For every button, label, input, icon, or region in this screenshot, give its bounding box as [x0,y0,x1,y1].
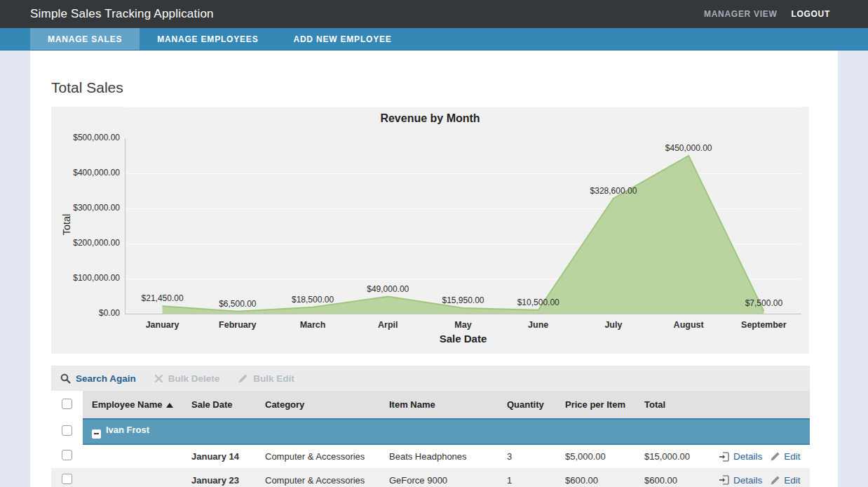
bulk-delete-label: Bulk Delete [168,373,220,384]
details-link[interactable]: Details [733,451,762,462]
app-title: Simple Sales Tracking Application [30,7,214,21]
revenue-area-fill [163,156,764,314]
y-tick-label: $100,000.00 [51,273,120,283]
content-card: Total Sales Revenue by Month $500,000.00… [30,51,838,487]
details-icon [719,474,730,486]
x-tick-label: May [426,320,501,330]
table-header-row: Employee Name Sale Date Category Item Na… [51,391,810,419]
group-header-label: Ivan Frost [106,425,149,435]
header-right: MANAGER VIEW LOGOUT [704,9,830,19]
column-header-employee-name[interactable]: Employee Name [83,391,184,419]
y-tick-label: $0.00 [51,308,120,318]
group-checkbox[interactable] [62,425,72,436]
nav-bar: MANAGE SALES MANAGE EMPLOYEES ADD NEW EM… [0,28,868,51]
revenue-area-svg [125,138,801,314]
x-tick-label: January [125,320,200,330]
select-all-checkbox[interactable] [62,399,72,409]
chart-point-label: $18,500.00 [292,295,334,305]
sort-ascending-icon [166,403,173,408]
bulk-delete-button[interactable]: Bulk Delete [154,373,220,384]
column-header-sale-date[interactable]: Sale Date [184,391,258,419]
total-cell: $600.00 [637,468,707,487]
pencil-icon [770,475,780,486]
tab-manage-sales[interactable]: MANAGE SALES [30,28,140,50]
employee-name-cell [83,468,184,487]
chart-point-label: $6,500.00 [219,299,256,309]
column-header-category[interactable]: Category [258,391,382,419]
quantity-cell: 1 [500,468,558,487]
chart-point-label: $21,450.00 [142,293,184,303]
x-tick-label: August [651,320,726,330]
employee-name-cell [83,444,184,468]
item-name-cell: Beats Headphones [382,444,500,468]
chart-title: Revenue by Month [51,112,809,125]
chart-point-label: $10,500.00 [517,298,560,307]
category-cell: Computer & Accessories [258,444,382,468]
y-tick-label: $400,000.00 [51,168,120,178]
tab-manage-employees[interactable]: MANAGE EMPLOYEES [140,28,276,50]
logout-button[interactable]: LOGOUT [791,9,830,19]
column-header-item-name[interactable]: Item Name [382,391,500,419]
quantity-cell: 3 [500,444,558,468]
y-axis-title: Total [61,211,72,239]
edit-link[interactable]: Edit [784,475,800,486]
details-link[interactable]: Details [733,475,762,486]
sales-grid: Search Again Bulk Delete Bulk Edit [51,366,810,487]
sale-date-cell: January 23 [184,468,258,487]
details-icon [719,451,730,462]
price-per-item-cell: $600.00 [558,468,637,487]
x-tick-label: March [275,320,350,330]
column-header-price-per-item[interactable]: Price per Item [558,391,637,419]
bulk-edit-label: Bulk Edit [253,373,294,384]
table-row: January 14 Computer & Accessories Beats … [51,444,810,468]
column-header-quantity[interactable]: Quantity [500,391,558,419]
group-row-ivan-frost: Ivan Frost [51,419,810,444]
sales-table: Employee Name Sale Date Category Item Na… [51,391,810,487]
x-axis-line [125,314,801,314]
x-icon [154,374,163,383]
y-tick-label: $500,000.00 [51,133,120,142]
row-checkbox[interactable] [62,474,72,484]
chart-point-label: $7,500.00 [745,298,782,308]
bulk-edit-button[interactable]: Bulk Edit [238,373,294,384]
chart-point-label: $15,950.00 [442,295,484,305]
grid-toolbar: Search Again Bulk Delete Bulk Edit [51,366,810,391]
collapse-group-icon[interactable] [92,429,101,439]
x-tick-label: September [726,320,801,330]
app-header: Simple Sales Tracking Application MANAGE… [0,0,868,28]
gridline [125,107,801,107]
x-tick-label: February [200,320,275,330]
x-tick-label: June [501,320,576,330]
x-tick-label: July [576,320,651,330]
sale-date-cell: January 14 [184,444,258,468]
table-row: January 23 Computer & Accessories GeForc… [51,468,810,487]
chart-point-label: $49,000.00 [367,284,409,294]
price-per-item-cell: $5,000.00 [558,444,637,468]
category-cell: Computer & Accessories [258,468,382,487]
row-checkbox[interactable] [62,450,72,460]
manager-view-button[interactable]: MANAGER VIEW [704,9,777,19]
search-again-label: Search Again [76,373,136,384]
group-header-cell[interactable]: Ivan Frost [83,419,810,444]
pencil-icon [238,373,248,384]
revenue-chart: Revenue by Month $500,000.00 $400,000.00… [51,107,809,354]
tab-add-new-employee[interactable]: ADD NEW EMPLOYEE [276,28,409,50]
edit-link[interactable]: Edit [784,451,800,462]
pencil-icon [770,451,780,462]
search-again-button[interactable]: Search Again [60,373,136,384]
x-tick-row: January February March Arpil May June Ju… [125,320,801,330]
x-tick-label: Arpil [351,320,426,330]
item-name-cell: GeForce 9000 [382,468,500,487]
column-header-total[interactable]: Total [637,391,707,419]
search-icon [60,373,71,384]
total-cell: $15,000.00 [637,444,707,468]
x-axis-title: Sale Date [125,333,801,345]
y-tick-label: $200,000.00 [51,238,120,248]
page-title: Total Sales [30,51,838,97]
chart-point-label: $328,600.00 [590,186,637,196]
chart-point-label: $450,000.00 [665,143,712,153]
